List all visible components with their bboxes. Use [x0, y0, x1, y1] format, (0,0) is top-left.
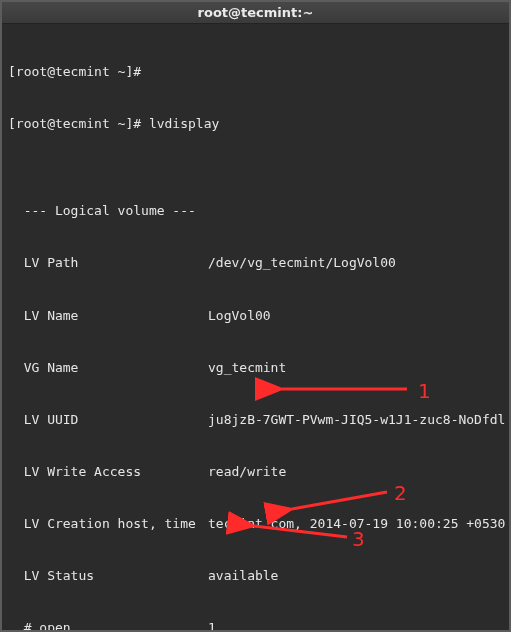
field-label: LV Name [8, 307, 208, 325]
field-label: LV UUID [8, 411, 208, 429]
lv-row: LV UUIDju8jzB-7GWT-PVwm-JIQ5-w1J1-zuc8-N… [8, 411, 503, 428]
field-value: /dev/vg_tecmint/LogVol00 [208, 255, 396, 270]
lv-row: LV Creation host, timetecmint.com, 2014-… [8, 515, 503, 532]
field-label: LV Status [8, 567, 208, 585]
annotation-number-3: 3 [352, 526, 365, 553]
field-label: # open [8, 619, 208, 632]
lv-row: LV NameLogVol00 [8, 307, 503, 324]
field-label: LV Write Access [8, 463, 208, 481]
lv-row: LV Path/dev/vg_tecmint/LogVol00 [8, 254, 503, 271]
lv-row: # open1 [8, 619, 503, 632]
lv-row: VG Namevg_tecmint [8, 359, 503, 376]
annotation-number-2: 2 [394, 480, 407, 507]
prompt: [root@tecmint ~]# [8, 64, 149, 79]
field-value: LogVol00 [208, 308, 271, 323]
window-title: root@tecmint:~ [198, 5, 314, 20]
field-value: ju8jzB-7GWT-PVwm-JIQ5-w1J1-zuc8-NoDfdl [208, 412, 505, 427]
command-row: [root@tecmint ~]# lvdisplay [8, 115, 503, 132]
field-label: VG Name [8, 359, 208, 377]
field-label: LV Creation host, time [8, 515, 208, 533]
field-value: 1 [208, 620, 216, 632]
prompt: [root@tecmint ~]# [8, 116, 149, 131]
lv-row: LV Statusavailable [8, 567, 503, 584]
prompt-row: [root@tecmint ~]# [8, 63, 503, 80]
lv-row: LV Write Accessread/write [8, 463, 503, 480]
command-input[interactable]: lvdisplay [149, 116, 219, 131]
terminal-body[interactable]: [root@tecmint ~]# [root@tecmint ~]# lvdi… [2, 24, 509, 632]
field-value: vg_tecmint [208, 360, 286, 375]
field-value: read/write [208, 464, 286, 479]
window-title-bar: root@tecmint:~ [2, 2, 509, 24]
field-label: LV Path [8, 254, 208, 272]
lv-header: --- Logical volume --- [8, 202, 503, 219]
annotation-number-1: 1 [418, 378, 431, 405]
field-value: available [208, 568, 278, 583]
